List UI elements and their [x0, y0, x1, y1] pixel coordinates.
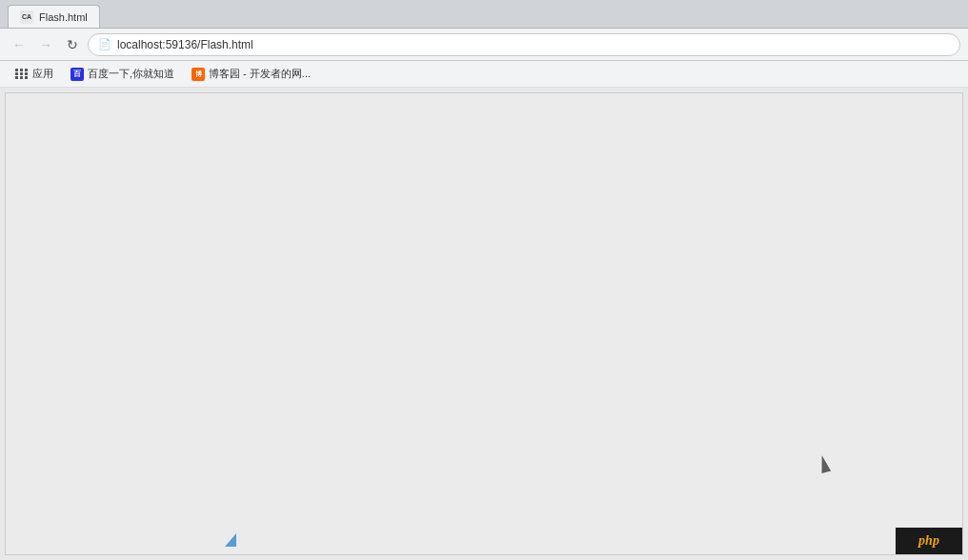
bookmark-apps-label: 应用 [32, 67, 53, 81]
tab-title: Flash.html [39, 11, 88, 23]
page-content: php [5, 92, 963, 555]
nav-bar: ← → ↻ 📄 localhost:59136/Flash.html [0, 29, 968, 61]
address-bar[interactable]: 📄 localhost:59136/Flash.html [88, 33, 960, 56]
bookmark-apps[interactable]: 应用 [8, 64, 61, 85]
content-area: php [0, 88, 968, 560]
baidu-favicon: 百 [71, 68, 84, 81]
tab-bar: CA Flash.html [0, 0, 968, 29]
blue-triangle-decoration [225, 533, 236, 547]
bookmark-bokeyuan-label: 博客园 - 开发者的网... [209, 67, 311, 81]
bookmarks-bar: 应用 百 百度一下,你就知道 博 博客园 - 开发者的网... [0, 61, 968, 88]
address-text: localhost:59136/Flash.html [117, 38, 253, 51]
mouse-cursor [819, 455, 831, 472]
back-button[interactable]: ← [8, 33, 30, 56]
php-badge: php [896, 528, 962, 554]
bookmark-baidu-label: 百度一下,你就知道 [88, 67, 174, 81]
address-bar-icon: 📄 [98, 38, 111, 50]
bookmark-bokeyuan[interactable]: 博 博客园 - 开发者的网... [184, 64, 318, 85]
reload-button[interactable]: ↻ [61, 33, 84, 56]
php-badge-text: php [918, 533, 939, 549]
browser-window: CA Flash.html ← → ↻ 📄 localhost:59136/Fl… [0, 0, 968, 560]
tab-favicon: CA [20, 10, 33, 24]
forward-button[interactable]: → [34, 33, 57, 56]
apps-icon [15, 68, 29, 81]
bokeyuan-favicon: 博 [192, 68, 205, 81]
browser-tab[interactable]: CA Flash.html [8, 5, 100, 28]
bookmark-baidu[interactable]: 百 百度一下,你就知道 [63, 64, 182, 85]
